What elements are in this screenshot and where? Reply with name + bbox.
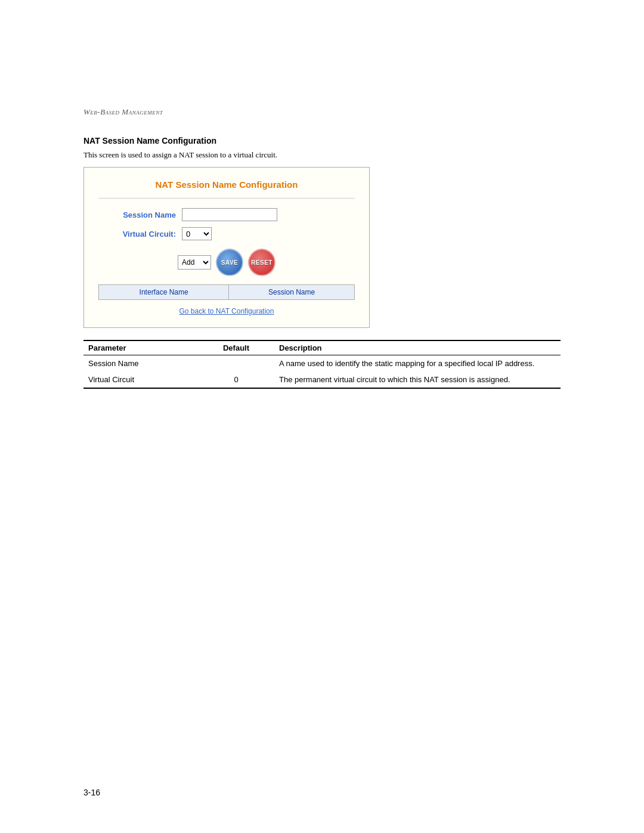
virtual-circuit-label: Virtual Circuit: — [104, 230, 176, 239]
description-header: Description — [274, 340, 561, 355]
page-container: Web-Based Management NAT Session Name Co… — [0, 0, 644, 833]
default-header: Default — [198, 340, 274, 355]
desc-cell-1: A name used to identify the static mappi… — [274, 355, 561, 372]
col-session-name: Session Name — [229, 285, 355, 300]
add-select[interactable]: Add Delete — [178, 255, 211, 270]
inner-table: Interface Name Session Name — [98, 284, 355, 300]
box-divider — [98, 198, 355, 199]
col-interface-name: Interface Name — [99, 285, 229, 300]
action-row: Add Delete SAVE RESET — [98, 249, 355, 276]
save-button[interactable]: SAVE — [216, 249, 243, 276]
section-title: NAT Session Name Configuration — [83, 136, 561, 145]
table-row: Session Name A name used to identify the… — [83, 355, 561, 372]
ui-box-title: NAT Session Name Configuration — [98, 179, 355, 190]
default-cell-1 — [198, 355, 274, 372]
page-header: Web-Based Management — [83, 107, 561, 117]
section-description: This screen is used to assign a NAT sess… — [83, 150, 561, 160]
table-row: Virtual Circuit 0 The permanent virtual … — [83, 371, 561, 388]
virtual-circuit-select[interactable]: 0 1 2 — [182, 227, 212, 240]
session-name-input[interactable] — [182, 208, 277, 221]
session-name-row: Session Name — [98, 208, 355, 221]
save-label: SAVE — [221, 259, 239, 266]
nat-config-box: NAT Session Name Configuration Session N… — [83, 167, 370, 328]
param-cell-1: Session Name — [83, 355, 198, 372]
session-name-label: Session Name — [104, 210, 176, 219]
desc-cell-2: The permanent virtual circuit to which t… — [274, 371, 561, 388]
page-number: 3-16 — [83, 788, 100, 797]
reset-label: RESET — [251, 259, 273, 266]
virtual-circuit-row: Virtual Circuit: 0 1 2 — [98, 227, 355, 240]
param-header: Parameter — [83, 340, 198, 355]
header-title: Web-Based Management — [83, 107, 163, 116]
back-link[interactable]: Go back to NAT Configuration — [98, 307, 355, 315]
param-cell-2: Virtual Circuit — [83, 371, 198, 388]
reset-button[interactable]: RESET — [248, 249, 275, 276]
param-table: Parameter Default Description Session Na… — [83, 340, 561, 389]
default-cell-2: 0 — [198, 371, 274, 388]
